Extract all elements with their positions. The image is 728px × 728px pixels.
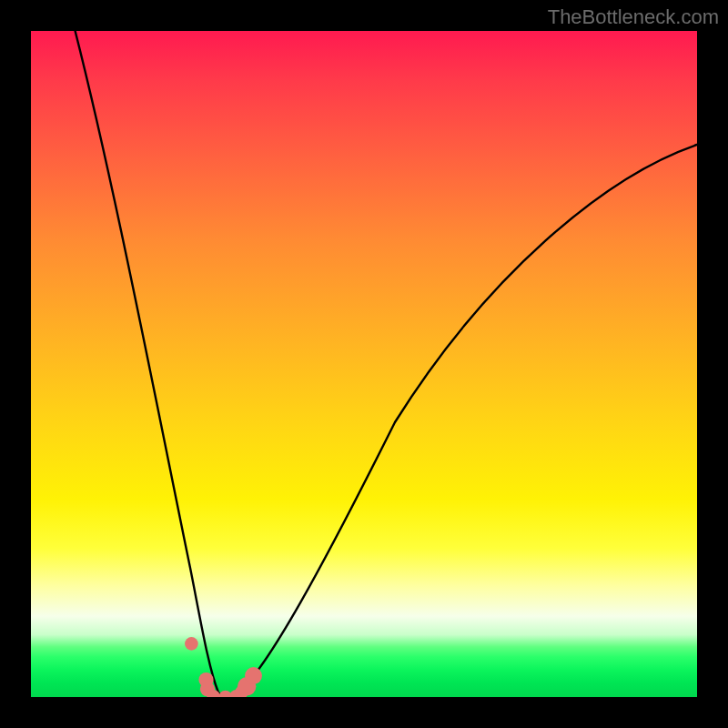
curve-path	[73, 31, 697, 695]
marker-group	[185, 637, 262, 697]
curve-marker	[245, 667, 262, 684]
plot-area	[31, 31, 697, 697]
chart-svg	[31, 31, 697, 697]
watermark-text: TheBottleneck.com	[548, 5, 719, 29]
curve-marker	[185, 637, 198, 651]
outer-frame: TheBottleneck.com	[0, 0, 728, 728]
